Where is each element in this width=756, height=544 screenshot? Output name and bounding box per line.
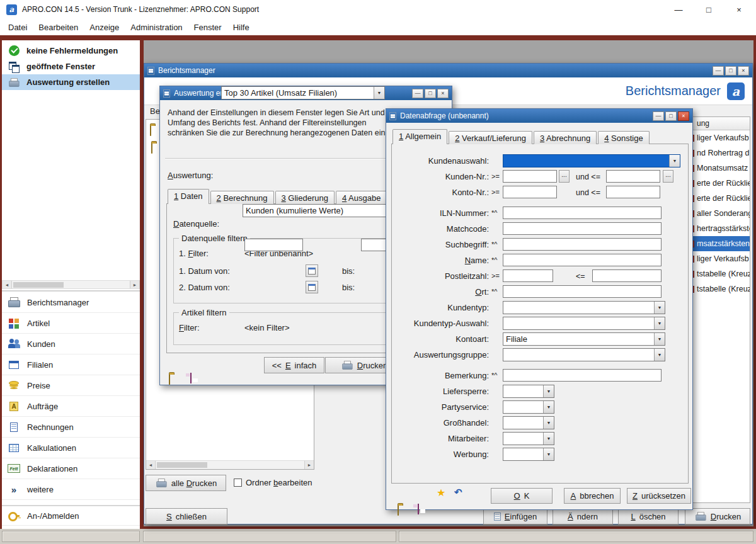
ok-button[interactable]: OK	[491, 488, 553, 504]
dropdown-button[interactable]: ▼	[543, 401, 554, 413]
favorite-button[interactable]: ★	[437, 487, 445, 499]
tree-scrollbar[interactable]: ◄ ►	[146, 460, 314, 469]
status-item-auswertung-erstellen[interactable]: Auswertung erstellen	[2, 74, 140, 90]
kundentyp-select[interactable]: ▼	[503, 301, 665, 314]
save-button[interactable]	[418, 504, 419, 514]
close-button[interactable]: ×	[678, 111, 689, 121]
kunden-nr-von-ellipsis-button[interactable]: ...	[559, 170, 570, 183]
abbrechen-button[interactable]: Abbrechen	[564, 488, 621, 504]
minimize-button[interactable]: —	[653, 111, 664, 121]
sidebar-item-berichtsmanager[interactable]: Berichtsmanager	[2, 292, 140, 313]
close-button[interactable]: ×	[738, 66, 749, 76]
scroll-right-icon[interactable]: ►	[130, 281, 139, 288]
close-button[interactable]: ×	[733, 5, 745, 14]
calendar-button[interactable]	[306, 264, 318, 277]
list-column-header[interactable]: ung	[687, 117, 750, 130]
mitarbeiter-select[interactable]: ▼	[503, 432, 554, 445]
schliessen-button[interactable]: Schließen	[146, 508, 227, 524]
list-row[interactable]: liger Verkaufsb	[687, 251, 750, 266]
list-row[interactable]: hertragsstärkste	[687, 221, 750, 236]
ort-input[interactable]	[503, 285, 662, 298]
tab-2-verkauf-lieferung[interactable]: 2 Verkauf/Lieferung	[449, 131, 532, 144]
drucken-button[interactable]: Drucken	[685, 508, 750, 524]
menu-fenster[interactable]: Fenster	[188, 21, 227, 34]
werbung-select[interactable]: ▼	[503, 448, 554, 461]
undo-button[interactable]: ↶	[454, 487, 462, 498]
minimize-button[interactable]: —	[673, 5, 684, 14]
einfuegen-button[interactable]: Einfügen	[483, 508, 547, 524]
sidebar-item-an-abmelden[interactable]: An-/Abmelden	[2, 505, 140, 526]
sidebar-item-kalkulationen[interactable]: Kalkulationen	[2, 438, 140, 458]
tab-3-abrechnung[interactable]: 3 Abrechnung	[534, 131, 597, 144]
iln-nummer-input[interactable]	[503, 207, 662, 219]
ordner-bearbeiten-checkbox[interactable]: Ordner bearbeiten	[234, 478, 312, 487]
dropdown-button[interactable]: ▼	[543, 385, 554, 397]
list-row[interactable]: erte der Rücklie	[687, 191, 750, 206]
scroll-thumb[interactable]	[157, 462, 207, 468]
auswertung-select[interactable]: Top 30 Artikel (Umsatz Filialen) ▼	[221, 86, 385, 99]
list-row[interactable]: nd Rohertrag d	[687, 145, 750, 161]
scroll-left-icon[interactable]: ◄	[146, 461, 156, 469]
postleitzahl-von-input[interactable]	[503, 269, 553, 282]
sidebar-item-preise[interactable]: Preise	[2, 375, 140, 396]
liefersperre-select[interactable]: ▼	[503, 385, 554, 398]
dropdown-button[interactable]: ▼	[654, 302, 665, 314]
kontoart-select[interactable]: Filiale▼	[503, 332, 665, 346]
folder-button[interactable]	[398, 505, 399, 516]
list-row[interactable]: liger Verkaufsb	[687, 130, 750, 145]
dropdown-button[interactable]: ▼	[654, 333, 665, 345]
bemerkung-input[interactable]	[503, 369, 662, 382]
loeschen-button[interactable]: Löschen	[618, 508, 679, 524]
menu-administration[interactable]: Administration	[125, 21, 188, 34]
kunden-nr-bis-ellipsis-button[interactable]: ...	[663, 170, 673, 183]
sidebar-item-rechnungen[interactable]: Rechnungen	[2, 417, 140, 438]
status-item-geoeffnete-fenster[interactable]: geöffnete Fenster	[2, 59, 140, 74]
dropdown-button[interactable]: ▼	[669, 155, 680, 167]
maximize-button[interactable]: □	[725, 66, 736, 76]
scroll-thumb[interactable]	[13, 282, 64, 288]
berichtsmanager-titlebar[interactable]: Berichtsmanager — □ ×	[144, 64, 752, 77]
matchcode-input[interactable]	[503, 222, 662, 235]
checkbox-box[interactable]	[234, 479, 242, 487]
datum2-von-input[interactable]	[244, 239, 303, 251]
minimize-button[interactable]: —	[713, 66, 724, 76]
sidebar-item-deklarationen[interactable]: FettDeklarationen	[2, 458, 140, 479]
partyservice-select[interactable]: ▼	[503, 400, 554, 414]
list-row[interactable]: tstabelle (Kreuz	[687, 281, 750, 297]
aendern-button[interactable]: Ändern	[553, 508, 613, 524]
menu-anzeige[interactable]: Anzeige	[84, 21, 125, 34]
dropdown-button[interactable]: ▼	[654, 317, 665, 329]
grosshandel-select[interactable]: ▼	[503, 416, 554, 429]
sidebar-item-kunden[interactable]: Kunden	[2, 334, 140, 354]
kundentyp-auswahl-select[interactable]: ▼	[503, 317, 665, 330]
menu-bearbeiten[interactable]: Bearbeiten	[33, 21, 84, 34]
list-row[interactable]: tstabelle (Kreuz	[687, 266, 750, 281]
close-button[interactable]: ×	[437, 89, 449, 98]
einfach-button[interactable]: << Einfach	[264, 357, 324, 373]
name-input[interactable]	[503, 254, 662, 266]
sidebar-item-artikel[interactable]: Artikel	[2, 313, 140, 334]
dropdown-button[interactable]: ▼	[374, 87, 384, 99]
datenabfrage-titlebar[interactable]: Datenabfrage (unbenannt) — □ ×	[386, 109, 692, 123]
konto-nr-bis-input[interactable]	[606, 186, 660, 198]
save-button[interactable]	[190, 373, 192, 383]
list-row[interactable]: Monatsumsatz u	[687, 161, 750, 176]
postleitzahl-bis-input[interactable]	[592, 269, 662, 282]
zuruecksetzen-button[interactable]: Zurücksetzen	[627, 488, 691, 504]
sidebar-item-auftraege[interactable]: AAufträge	[2, 396, 140, 417]
report-list[interactable]: ung liger Verkaufsbnd Rohertrag dMonatsu…	[686, 116, 750, 503]
konto-nr-von-input[interactable]	[503, 186, 557, 198]
sidebar-item-filialen[interactable]: Filialen	[2, 354, 140, 375]
tab-1-daten[interactable]: 1 Daten	[168, 189, 209, 204]
tab-2-berechnung[interactable]: 2 Berechnung	[210, 191, 274, 204]
dropdown-button[interactable]: ▼	[543, 417, 554, 429]
scroll-left-icon[interactable]: ◄	[3, 281, 12, 288]
menu-datei[interactable]: Datei	[3, 21, 33, 34]
auswertungsgruppe-select[interactable]: ▼	[503, 348, 665, 361]
alle-drucken-button[interactable]: alle Drucken	[146, 475, 226, 491]
tab-4-sonstige[interactable]: 4 Sonstige	[598, 131, 649, 144]
calendar-button[interactable]	[306, 281, 318, 293]
scroll-right-icon[interactable]: ►	[304, 461, 314, 469]
maximize-button[interactable]: □	[425, 89, 436, 98]
tab-3-gliederung[interactable]: 3 Gliederung	[275, 191, 335, 204]
